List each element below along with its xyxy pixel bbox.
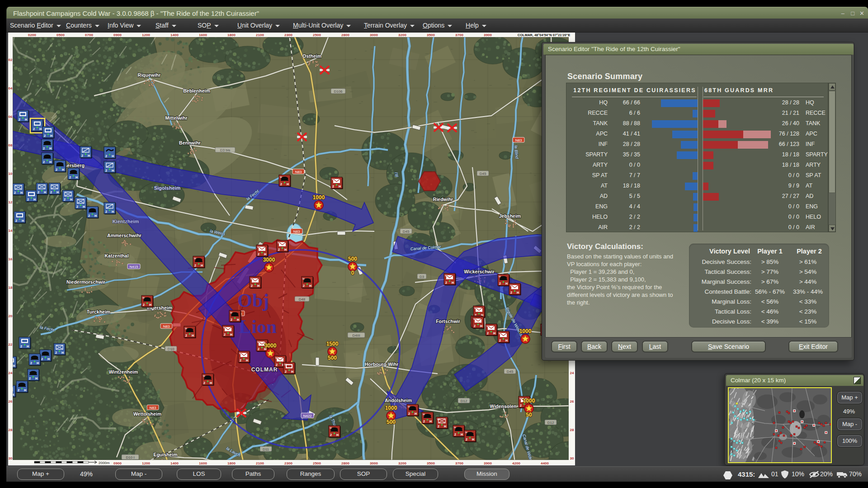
svg-text:3900: 3900 [484, 461, 492, 465]
svg-text:D12: D12 [461, 399, 467, 403]
svg-text:H: H [27, 345, 29, 348]
svg-text:D11: D11 [263, 447, 269, 451]
svg-text:N83: N83 [150, 406, 156, 410]
svg-text:1600: 1600 [199, 461, 207, 465]
svg-text:24: 24 [570, 371, 574, 375]
svg-text:H: H [192, 334, 194, 337]
svg-text:2: 2 [143, 303, 145, 306]
svg-text:H: H [88, 154, 90, 157]
svg-text:N415: N415 [129, 265, 138, 269]
svg-text:0900: 0900 [113, 33, 122, 37]
svg-text:2: 2 [33, 127, 35, 131]
svg-text:1000: 1000 [313, 194, 325, 201]
svg-text:0500: 0500 [57, 33, 65, 37]
svg-text:2: 2 [88, 214, 90, 217]
svg-text:H: H [309, 284, 311, 287]
svg-text:2: 2 [303, 284, 305, 287]
svg-text:W: W [142, 296, 145, 299]
svg-text:2: 2 [19, 118, 20, 121]
svg-text:2100: 2100 [256, 33, 264, 37]
svg-text:2: 2 [499, 282, 501, 285]
svg-text:1500: 1500 [326, 341, 339, 347]
svg-text:2: 2 [81, 154, 83, 157]
svg-text:W: W [194, 257, 196, 260]
svg-text:2: 2 [29, 377, 31, 380]
svg-text:H: H [149, 303, 151, 306]
svg-text:D10 I: D10 I [126, 455, 134, 460]
svg-text:2: 2 [105, 210, 107, 213]
svg-text:2: 2 [44, 134, 46, 137]
svg-text:Wettolsheim: Wettolsheim [133, 411, 161, 417]
svg-text:3000: 3000 [370, 461, 378, 465]
svg-text:2: 2 [258, 347, 259, 351]
svg-text:H: H [415, 412, 417, 415]
svg-text:W: W [473, 318, 476, 320]
svg-text:N83: N83 [515, 138, 522, 142]
svg-text:1200: 1200 [142, 461, 150, 465]
svg-text:2: 2 [224, 333, 226, 336]
svg-text:H: H [37, 361, 39, 365]
svg-text:W: W [203, 375, 205, 377]
svg-text:1800: 1800 [227, 33, 236, 37]
svg-text:H: H [25, 118, 27, 121]
svg-text:2: 2 [240, 359, 241, 362]
svg-text:2: 2 [408, 412, 410, 415]
svg-text:H: H [287, 183, 289, 186]
svg-text:2: 2 [14, 191, 16, 194]
svg-text:2: 2 [38, 191, 39, 194]
svg-text:H: H [237, 318, 239, 321]
svg-text:2: 2 [64, 198, 66, 201]
svg-text:02: 02 [9, 58, 13, 62]
svg-text:H: H [339, 185, 341, 188]
svg-text:W: W [499, 332, 501, 335]
svg-text:08: 08 [9, 143, 13, 147]
svg-text:H: H [264, 253, 266, 256]
svg-text:2: 2 [185, 334, 187, 337]
svg-text:2: 2 [280, 183, 282, 186]
svg-text:W: W [499, 275, 501, 278]
svg-text:D45: D45 [507, 370, 514, 374]
svg-text:D4III: D4III [353, 333, 360, 338]
svg-text:2: 2 [27, 198, 29, 201]
svg-text:22: 22 [9, 343, 13, 347]
svg-text:50: 50 [526, 412, 532, 418]
svg-text:2: 2 [43, 160, 45, 164]
svg-text:2: 2 [18, 389, 19, 392]
svg-text:Wintzenheim: Wintzenheim [109, 369, 138, 375]
svg-text:500: 500 [348, 256, 357, 262]
svg-text:Kientzheim: Kientzheim [113, 219, 139, 224]
svg-text:2: 2 [438, 425, 439, 428]
svg-text:1200: 1200 [142, 33, 150, 37]
svg-text:H: H [49, 147, 52, 150]
svg-text:Ammerschwihr: Ammerschwihr [107, 233, 142, 238]
svg-text:H: H [57, 191, 59, 194]
svg-text:W: W [474, 307, 476, 310]
svg-text:2500: 2500 [313, 33, 321, 37]
svg-text:H: H [94, 214, 97, 217]
svg-text:H: H [44, 191, 46, 194]
svg-text:H: H [210, 381, 212, 385]
svg-text:H: H [83, 205, 85, 208]
svg-text:Jebsheim: Jebsheim [499, 213, 521, 219]
svg-text:2: 2 [69, 176, 71, 179]
svg-text:2: 2 [55, 351, 57, 354]
svg-text:H: H [75, 176, 78, 179]
svg-text:12: 12 [9, 200, 13, 204]
svg-text:2: 2 [105, 155, 107, 158]
svg-text:H: H [22, 219, 24, 222]
svg-text:H: H [112, 155, 114, 158]
svg-text:W: W [223, 326, 226, 329]
svg-text:H: H [35, 377, 38, 380]
svg-text:2100: 2100 [256, 461, 264, 465]
svg-text:Horbourg-Wihr: Horbourg-Wihr [365, 361, 399, 367]
svg-text:3200: 3200 [398, 33, 406, 37]
svg-text:2: 2 [276, 363, 278, 366]
svg-text:H: H [429, 420, 432, 423]
svg-text:Obj: Obj [237, 290, 269, 311]
svg-text:24: 24 [9, 371, 13, 375]
svg-text:2800: 2800 [341, 461, 349, 465]
svg-text:06: 06 [9, 115, 13, 119]
svg-text:2: 2 [15, 219, 17, 222]
svg-text:H: H [49, 160, 52, 164]
svg-text:2: 2 [278, 248, 280, 251]
